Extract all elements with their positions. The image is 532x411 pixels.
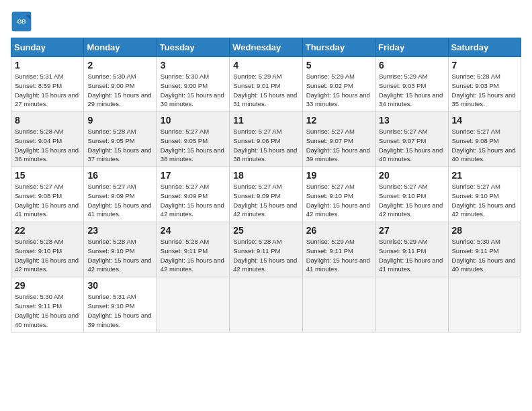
day-info: Sunrise: 5:31 AMSunset: 8:59 PMDaylight:… <box>15 72 80 109</box>
day-number: 8 <box>15 115 80 126</box>
calendar-day-cell: 19Sunrise: 5:27 AMSunset: 9:10 PMDayligh… <box>302 167 375 222</box>
day-info: Sunrise: 5:28 AMSunset: 9:03 PMDaylight:… <box>452 72 517 109</box>
day-number: 2 <box>87 60 152 71</box>
calendar-day-cell: 10Sunrise: 5:27 AMSunset: 9:05 PMDayligh… <box>157 112 229 167</box>
day-info: Sunrise: 5:29 AMSunset: 9:01 PMDaylight:… <box>233 72 298 109</box>
calendar-day-cell: 29Sunrise: 5:30 AMSunset: 9:11 PMDayligh… <box>11 277 84 332</box>
day-number: 22 <box>15 225 80 236</box>
day-info: Sunrise: 5:27 AMSunset: 9:05 PMDaylight:… <box>161 127 226 164</box>
calendar-day-cell: 2Sunrise: 5:30 AMSunset: 9:00 PMDaylight… <box>84 57 157 112</box>
day-info: Sunrise: 5:27 AMSunset: 9:08 PMDaylight:… <box>15 182 80 219</box>
calendar-day-cell <box>448 277 521 332</box>
calendar-day-cell: 16Sunrise: 5:27 AMSunset: 9:09 PMDayligh… <box>84 167 157 222</box>
calendar-day-cell: 14Sunrise: 5:27 AMSunset: 9:08 PMDayligh… <box>448 112 521 167</box>
day-number: 1 <box>15 60 80 71</box>
calendar-week-row: 29Sunrise: 5:30 AMSunset: 9:11 PMDayligh… <box>11 277 521 332</box>
calendar-day-cell: 26Sunrise: 5:29 AMSunset: 9:11 PMDayligh… <box>302 222 375 277</box>
day-number: 21 <box>452 170 517 181</box>
calendar-table: SundayMondayTuesdayWednesdayThursdayFrid… <box>11 38 521 332</box>
logo-icon: GB <box>11 11 32 32</box>
weekday-header-friday: Friday <box>375 38 448 57</box>
calendar-week-row: 22Sunrise: 5:28 AMSunset: 9:10 PMDayligh… <box>11 222 521 277</box>
calendar-day-cell: 18Sunrise: 5:27 AMSunset: 9:09 PMDayligh… <box>230 167 302 222</box>
day-info: Sunrise: 5:27 AMSunset: 9:08 PMDaylight:… <box>452 127 517 164</box>
day-number: 12 <box>306 115 371 126</box>
weekday-header-saturday: Saturday <box>448 38 521 57</box>
calendar-day-cell: 3Sunrise: 5:30 AMSunset: 9:00 PMDaylight… <box>157 57 229 112</box>
day-number: 25 <box>233 225 298 236</box>
calendar-day-cell: 22Sunrise: 5:28 AMSunset: 9:10 PMDayligh… <box>11 222 84 277</box>
calendar-day-cell: 8Sunrise: 5:28 AMSunset: 9:04 PMDaylight… <box>11 112 84 167</box>
day-number: 5 <box>306 60 371 71</box>
calendar-day-cell <box>375 277 448 332</box>
day-number: 30 <box>87 280 152 291</box>
day-info: Sunrise: 5:28 AMSunset: 9:11 PMDaylight:… <box>161 237 226 274</box>
day-info: Sunrise: 5:30 AMSunset: 9:11 PMDaylight:… <box>452 237 517 274</box>
day-info: Sunrise: 5:30 AMSunset: 9:11 PMDaylight:… <box>15 292 80 329</box>
day-number: 11 <box>233 115 298 126</box>
day-info: Sunrise: 5:29 AMSunset: 9:11 PMDaylight:… <box>306 237 371 274</box>
day-info: Sunrise: 5:30 AMSunset: 9:00 PMDaylight:… <box>161 72 226 109</box>
calendar-day-cell: 23Sunrise: 5:28 AMSunset: 9:10 PMDayligh… <box>84 222 157 277</box>
day-number: 18 <box>233 170 298 181</box>
day-info: Sunrise: 5:27 AMSunset: 9:07 PMDaylight:… <box>379 127 444 164</box>
day-info: Sunrise: 5:27 AMSunset: 9:10 PMDaylight:… <box>306 182 371 219</box>
day-number: 16 <box>87 170 152 181</box>
calendar-day-cell: 30Sunrise: 5:31 AMSunset: 9:10 PMDayligh… <box>84 277 157 332</box>
weekday-header-sunday: Sunday <box>11 38 84 57</box>
day-info: Sunrise: 5:29 AMSunset: 9:03 PMDaylight:… <box>379 72 444 109</box>
day-number: 15 <box>15 170 80 181</box>
calendar-day-cell: 9Sunrise: 5:28 AMSunset: 9:05 PMDaylight… <box>84 112 157 167</box>
day-number: 20 <box>379 170 444 181</box>
day-number: 3 <box>161 60 226 71</box>
day-info: Sunrise: 5:27 AMSunset: 9:09 PMDaylight:… <box>87 182 152 219</box>
day-info: Sunrise: 5:31 AMSunset: 9:10 PMDaylight:… <box>87 292 152 329</box>
day-number: 13 <box>379 115 444 126</box>
calendar-day-cell: 27Sunrise: 5:29 AMSunset: 9:11 PMDayligh… <box>375 222 448 277</box>
calendar-day-cell: 7Sunrise: 5:28 AMSunset: 9:03 PMDaylight… <box>448 57 521 112</box>
day-number: 17 <box>161 170 226 181</box>
calendar-header-row: SundayMondayTuesdayWednesdayThursdayFrid… <box>11 38 521 57</box>
day-info: Sunrise: 5:27 AMSunset: 9:07 PMDaylight:… <box>306 127 371 164</box>
calendar-day-cell: 5Sunrise: 5:29 AMSunset: 9:02 PMDaylight… <box>302 57 375 112</box>
logo: GB <box>11 11 35 32</box>
day-number: 9 <box>87 115 152 126</box>
calendar-day-cell: 6Sunrise: 5:29 AMSunset: 9:03 PMDaylight… <box>375 57 448 112</box>
weekday-header-tuesday: Tuesday <box>157 38 229 57</box>
day-info: Sunrise: 5:27 AMSunset: 9:09 PMDaylight:… <box>233 182 298 219</box>
day-number: 29 <box>15 280 80 291</box>
day-number: 4 <box>233 60 298 71</box>
day-number: 27 <box>379 225 444 236</box>
day-info: Sunrise: 5:27 AMSunset: 9:09 PMDaylight:… <box>161 182 226 219</box>
day-info: Sunrise: 5:27 AMSunset: 9:06 PMDaylight:… <box>233 127 298 164</box>
day-number: 10 <box>161 115 226 126</box>
calendar-day-cell: 4Sunrise: 5:29 AMSunset: 9:01 PMDaylight… <box>230 57 302 112</box>
day-info: Sunrise: 5:28 AMSunset: 9:10 PMDaylight:… <box>87 237 152 274</box>
day-number: 28 <box>452 225 517 236</box>
calendar-day-cell: 13Sunrise: 5:27 AMSunset: 9:07 PMDayligh… <box>375 112 448 167</box>
day-info: Sunrise: 5:28 AMSunset: 9:10 PMDaylight:… <box>15 237 80 274</box>
day-info: Sunrise: 5:28 AMSunset: 9:11 PMDaylight:… <box>233 237 298 274</box>
day-info: Sunrise: 5:30 AMSunset: 9:00 PMDaylight:… <box>87 72 152 109</box>
day-number: 24 <box>161 225 226 236</box>
calendar-day-cell: 11Sunrise: 5:27 AMSunset: 9:06 PMDayligh… <box>230 112 302 167</box>
calendar-day-cell: 17Sunrise: 5:27 AMSunset: 9:09 PMDayligh… <box>157 167 229 222</box>
calendar-day-cell: 1Sunrise: 5:31 AMSunset: 8:59 PMDaylight… <box>11 57 84 112</box>
day-info: Sunrise: 5:29 AMSunset: 9:11 PMDaylight:… <box>379 237 444 274</box>
calendar-week-row: 1Sunrise: 5:31 AMSunset: 8:59 PMDaylight… <box>11 57 521 112</box>
day-number: 26 <box>306 225 371 236</box>
day-info: Sunrise: 5:29 AMSunset: 9:02 PMDaylight:… <box>306 72 371 109</box>
weekday-header-wednesday: Wednesday <box>230 38 302 57</box>
day-info: Sunrise: 5:27 AMSunset: 9:10 PMDaylight:… <box>379 182 444 219</box>
day-number: 23 <box>87 225 152 236</box>
calendar-day-cell: 28Sunrise: 5:30 AMSunset: 9:11 PMDayligh… <box>448 222 521 277</box>
calendar-day-cell: 15Sunrise: 5:27 AMSunset: 9:08 PMDayligh… <box>11 167 84 222</box>
day-number: 14 <box>452 115 517 126</box>
calendar-day-cell: 24Sunrise: 5:28 AMSunset: 9:11 PMDayligh… <box>157 222 229 277</box>
calendar-day-cell: 25Sunrise: 5:28 AMSunset: 9:11 PMDayligh… <box>230 222 302 277</box>
calendar-day-cell: 12Sunrise: 5:27 AMSunset: 9:07 PMDayligh… <box>302 112 375 167</box>
day-info: Sunrise: 5:28 AMSunset: 9:05 PMDaylight:… <box>87 127 152 164</box>
day-info: Sunrise: 5:28 AMSunset: 9:04 PMDaylight:… <box>15 127 80 164</box>
calendar-day-cell: 21Sunrise: 5:27 AMSunset: 9:10 PMDayligh… <box>448 167 521 222</box>
calendar-week-row: 15Sunrise: 5:27 AMSunset: 9:08 PMDayligh… <box>11 167 521 222</box>
